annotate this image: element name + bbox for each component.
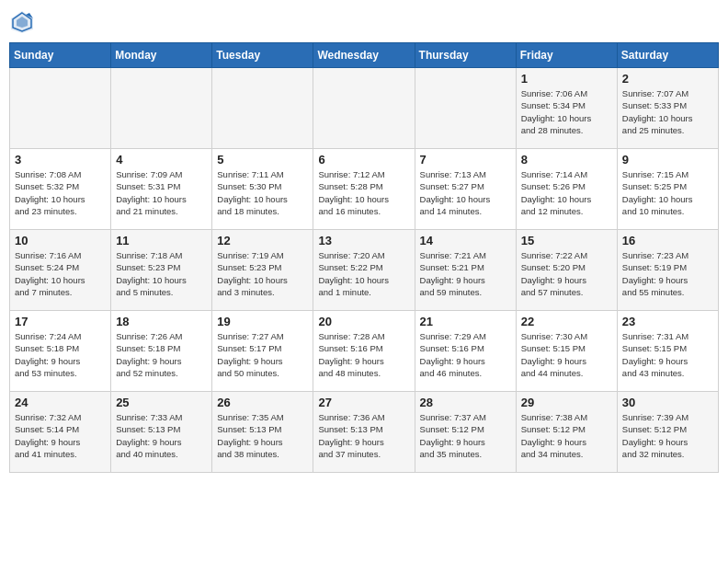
logo [9, 9, 39, 35]
calendar-day-cell: 26Sunrise: 7:35 AM Sunset: 5:13 PM Dayli… [212, 392, 313, 473]
calendar-day-cell: 3Sunrise: 7:08 AM Sunset: 5:32 PM Daylig… [10, 149, 111, 230]
day-info: Sunrise: 7:36 AM Sunset: 5:13 PM Dayligh… [318, 411, 409, 460]
calendar-day-cell: 29Sunrise: 7:38 AM Sunset: 5:12 PM Dayli… [516, 392, 617, 473]
calendar-day-cell [415, 68, 516, 149]
calendar-week-row: 17Sunrise: 7:24 AM Sunset: 5:18 PM Dayli… [10, 311, 719, 392]
day-number: 29 [521, 396, 612, 409]
day-info: Sunrise: 7:18 AM Sunset: 5:23 PM Dayligh… [116, 249, 207, 298]
day-number: 13 [318, 234, 409, 247]
logo-icon [9, 9, 35, 35]
calendar-day-cell: 5Sunrise: 7:11 AM Sunset: 5:30 PM Daylig… [212, 149, 313, 230]
day-info: Sunrise: 7:12 AM Sunset: 5:28 PM Dayligh… [318, 168, 409, 217]
day-number: 2 [622, 72, 713, 86]
weekday-header: Friday [516, 43, 617, 68]
calendar-week-row: 10Sunrise: 7:16 AM Sunset: 5:24 PM Dayli… [10, 230, 719, 311]
calendar-day-cell: 10Sunrise: 7:16 AM Sunset: 5:24 PM Dayli… [10, 230, 111, 311]
day-number: 7 [420, 153, 511, 167]
day-number: 16 [622, 234, 713, 247]
day-info: Sunrise: 7:30 AM Sunset: 5:15 PM Dayligh… [521, 330, 612, 379]
day-number: 4 [116, 153, 207, 167]
day-info: Sunrise: 7:29 AM Sunset: 5:16 PM Dayligh… [420, 330, 511, 379]
day-number: 10 [15, 234, 106, 247]
calendar-day-cell: 19Sunrise: 7:27 AM Sunset: 5:17 PM Dayli… [212, 311, 313, 392]
calendar-day-cell: 13Sunrise: 7:20 AM Sunset: 5:22 PM Dayli… [313, 230, 415, 311]
day-info: Sunrise: 7:23 AM Sunset: 5:19 PM Dayligh… [622, 249, 713, 298]
day-info: Sunrise: 7:07 AM Sunset: 5:33 PM Dayligh… [622, 87, 713, 136]
calendar-day-cell [10, 68, 111, 149]
calendar-day-cell [111, 68, 212, 149]
day-number: 21 [420, 315, 511, 328]
day-number: 30 [622, 396, 713, 409]
day-info: Sunrise: 7:14 AM Sunset: 5:26 PM Dayligh… [521, 168, 612, 217]
day-info: Sunrise: 7:06 AM Sunset: 5:34 PM Dayligh… [521, 87, 612, 136]
weekday-header: Saturday [617, 43, 718, 68]
weekday-header: Tuesday [212, 43, 313, 68]
day-number: 23 [622, 315, 713, 328]
day-number: 19 [217, 315, 308, 328]
calendar-week-row: 24Sunrise: 7:32 AM Sunset: 5:14 PM Dayli… [10, 392, 719, 473]
day-number: 5 [217, 153, 308, 167]
calendar-week-row: 1Sunrise: 7:06 AM Sunset: 5:34 PM Daylig… [10, 68, 719, 149]
day-info: Sunrise: 7:39 AM Sunset: 5:12 PM Dayligh… [622, 411, 713, 460]
calendar-day-cell: 23Sunrise: 7:31 AM Sunset: 5:15 PM Dayli… [617, 311, 718, 392]
day-info: Sunrise: 7:15 AM Sunset: 5:25 PM Dayligh… [622, 168, 713, 217]
calendar-day-cell: 27Sunrise: 7:36 AM Sunset: 5:13 PM Dayli… [313, 392, 415, 473]
calendar-body: 1Sunrise: 7:06 AM Sunset: 5:34 PM Daylig… [10, 68, 719, 473]
day-number: 9 [622, 153, 713, 167]
day-info: Sunrise: 7:08 AM Sunset: 5:32 PM Dayligh… [15, 168, 106, 217]
calendar-day-cell: 6Sunrise: 7:12 AM Sunset: 5:28 PM Daylig… [313, 149, 415, 230]
day-number: 26 [217, 396, 308, 409]
weekday-header: Monday [111, 43, 212, 68]
weekday-header: Thursday [415, 43, 516, 68]
calendar-header: SundayMondayTuesdayWednesdayThursdayFrid… [10, 43, 719, 68]
calendar-day-cell: 8Sunrise: 7:14 AM Sunset: 5:26 PM Daylig… [516, 149, 617, 230]
calendar-day-cell: 14Sunrise: 7:21 AM Sunset: 5:21 PM Dayli… [415, 230, 516, 311]
calendar-day-cell: 24Sunrise: 7:32 AM Sunset: 5:14 PM Dayli… [10, 392, 111, 473]
day-info: Sunrise: 7:11 AM Sunset: 5:30 PM Dayligh… [217, 168, 308, 217]
weekday-row: SundayMondayTuesdayWednesdayThursdayFrid… [10, 43, 719, 68]
calendar-day-cell: 17Sunrise: 7:24 AM Sunset: 5:18 PM Dayli… [10, 311, 111, 392]
calendar-day-cell: 20Sunrise: 7:28 AM Sunset: 5:16 PM Dayli… [313, 311, 415, 392]
day-number: 3 [15, 153, 106, 167]
day-info: Sunrise: 7:24 AM Sunset: 5:18 PM Dayligh… [15, 330, 106, 379]
day-info: Sunrise: 7:35 AM Sunset: 5:13 PM Dayligh… [217, 411, 308, 460]
day-info: Sunrise: 7:26 AM Sunset: 5:18 PM Dayligh… [116, 330, 207, 379]
day-number: 24 [15, 396, 106, 409]
day-info: Sunrise: 7:09 AM Sunset: 5:31 PM Dayligh… [116, 168, 207, 217]
calendar-table: SundayMondayTuesdayWednesdayThursdayFrid… [9, 42, 719, 473]
calendar-day-cell: 21Sunrise: 7:29 AM Sunset: 5:16 PM Dayli… [415, 311, 516, 392]
day-number: 20 [318, 315, 409, 328]
day-number: 22 [521, 315, 612, 328]
calendar-day-cell: 30Sunrise: 7:39 AM Sunset: 5:12 PM Dayli… [617, 392, 718, 473]
day-number: 12 [217, 234, 308, 247]
day-info: Sunrise: 7:31 AM Sunset: 5:15 PM Dayligh… [622, 330, 713, 379]
calendar-day-cell: 1Sunrise: 7:06 AM Sunset: 5:34 PM Daylig… [516, 68, 617, 149]
calendar-day-cell: 15Sunrise: 7:22 AM Sunset: 5:20 PM Dayli… [516, 230, 617, 311]
calendar-day-cell: 12Sunrise: 7:19 AM Sunset: 5:23 PM Dayli… [212, 230, 313, 311]
day-number: 1 [521, 72, 612, 86]
day-number: 27 [318, 396, 409, 409]
day-info: Sunrise: 7:27 AM Sunset: 5:17 PM Dayligh… [217, 330, 308, 379]
day-number: 28 [420, 396, 511, 409]
day-info: Sunrise: 7:32 AM Sunset: 5:14 PM Dayligh… [15, 411, 106, 460]
day-number: 14 [420, 234, 511, 247]
day-info: Sunrise: 7:20 AM Sunset: 5:22 PM Dayligh… [318, 249, 409, 298]
day-number: 6 [318, 153, 409, 167]
weekday-header: Sunday [10, 43, 111, 68]
day-number: 18 [116, 315, 207, 328]
day-number: 25 [116, 396, 207, 409]
day-info: Sunrise: 7:22 AM Sunset: 5:20 PM Dayligh… [521, 249, 612, 298]
day-info: Sunrise: 7:38 AM Sunset: 5:12 PM Dayligh… [521, 411, 612, 460]
day-info: Sunrise: 7:21 AM Sunset: 5:21 PM Dayligh… [420, 249, 511, 298]
page-header [9, 9, 719, 35]
day-info: Sunrise: 7:13 AM Sunset: 5:27 PM Dayligh… [420, 168, 511, 217]
day-info: Sunrise: 7:28 AM Sunset: 5:16 PM Dayligh… [318, 330, 409, 379]
day-number: 11 [116, 234, 207, 247]
calendar-day-cell: 28Sunrise: 7:37 AM Sunset: 5:12 PM Dayli… [415, 392, 516, 473]
calendar-day-cell: 16Sunrise: 7:23 AM Sunset: 5:19 PM Dayli… [617, 230, 718, 311]
calendar-day-cell: 25Sunrise: 7:33 AM Sunset: 5:13 PM Dayli… [111, 392, 212, 473]
day-number: 17 [15, 315, 106, 328]
day-info: Sunrise: 7:33 AM Sunset: 5:13 PM Dayligh… [116, 411, 207, 460]
day-number: 15 [521, 234, 612, 247]
day-info: Sunrise: 7:37 AM Sunset: 5:12 PM Dayligh… [420, 411, 511, 460]
